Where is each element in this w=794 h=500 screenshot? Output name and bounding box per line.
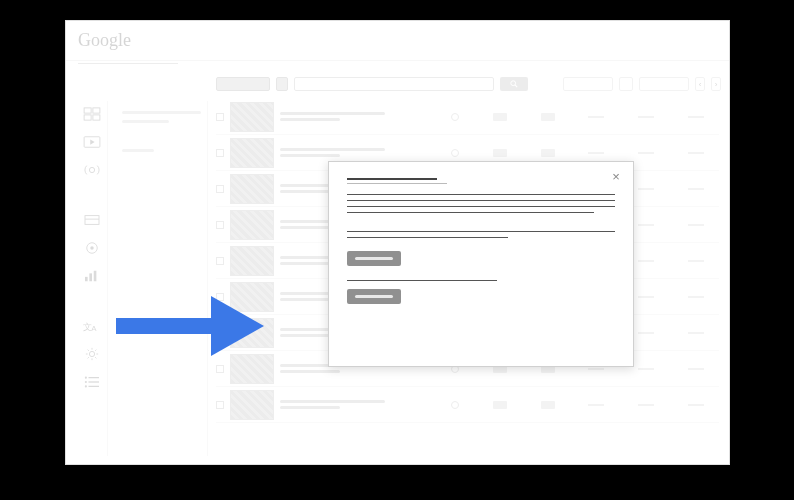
row-checkbox[interactable]: [216, 221, 224, 229]
google-logo: Google: [78, 30, 131, 51]
translations-icon[interactable]: 文A: [83, 319, 101, 333]
svg-rect-4: [84, 115, 91, 120]
dialog-title: [347, 178, 437, 180]
row-checkbox[interactable]: [216, 257, 224, 265]
primary-button[interactable]: [347, 251, 401, 266]
view-toggle[interactable]: [619, 77, 633, 91]
svg-rect-9: [85, 216, 99, 225]
svg-point-11: [86, 243, 97, 254]
community-icon[interactable]: [83, 213, 101, 227]
svg-line-25: [95, 350, 96, 351]
analytics-icon[interactable]: [83, 269, 101, 283]
apply-button[interactable]: [347, 289, 401, 304]
settings-icon[interactable]: [83, 347, 101, 361]
app-window: Google ‹ ›: [65, 20, 730, 465]
list-icon[interactable]: [83, 375, 101, 389]
upload-button[interactable]: [216, 77, 270, 91]
page-next[interactable]: ›: [711, 77, 721, 91]
background-ui: Google ‹ ›: [66, 21, 729, 61]
svg-point-8: [89, 167, 94, 172]
row-checkbox[interactable]: [216, 329, 224, 337]
channel-panel: [116, 101, 208, 456]
upload-dropdown[interactable]: [276, 77, 288, 91]
dashboard-icon[interactable]: [83, 107, 101, 121]
svg-point-0: [511, 81, 516, 86]
svg-line-1: [515, 85, 517, 87]
secondary-section-line: [347, 280, 497, 281]
page-prev[interactable]: ‹: [695, 77, 705, 91]
svg-rect-2: [84, 108, 91, 113]
left-rail: 文A: [76, 101, 108, 456]
close-icon[interactable]: ×: [609, 170, 623, 184]
svg-rect-5: [92, 115, 99, 120]
header: Google: [66, 21, 729, 61]
svg-rect-15: [93, 271, 96, 282]
list-item[interactable]: [216, 387, 719, 423]
video-thumb: [230, 102, 274, 132]
row-checkbox[interactable]: [216, 113, 224, 121]
row-checkbox[interactable]: [216, 185, 224, 193]
row-checkbox[interactable]: [216, 293, 224, 301]
svg-text:A: A: [91, 324, 97, 333]
list-item[interactable]: [216, 99, 719, 135]
svg-line-23: [87, 350, 88, 351]
svg-rect-13: [85, 277, 88, 281]
svg-point-12: [90, 246, 94, 250]
svg-point-18: [89, 351, 94, 356]
svg-line-26: [87, 357, 88, 358]
svg-point-31: [84, 385, 86, 387]
row-checkbox[interactable]: [216, 401, 224, 409]
video-manager-icon[interactable]: [83, 135, 101, 149]
svg-rect-14: [89, 273, 92, 281]
svg-point-29: [84, 381, 86, 383]
sort-box[interactable]: [639, 77, 689, 91]
row-checkbox[interactable]: [216, 365, 224, 373]
search-input[interactable]: [294, 77, 494, 91]
svg-rect-6: [84, 137, 100, 148]
toolbar: ‹ ›: [216, 77, 721, 91]
row-checkbox[interactable]: [216, 149, 224, 157]
svg-line-24: [95, 357, 96, 358]
svg-rect-3: [92, 108, 99, 113]
channel-icon[interactable]: [83, 241, 101, 255]
search-button[interactable]: [500, 77, 528, 91]
monetization-dialog: ×: [328, 161, 634, 367]
svg-text:文: 文: [83, 322, 92, 332]
filter-box[interactable]: [563, 77, 613, 91]
svg-point-27: [84, 377, 86, 379]
svg-marker-7: [90, 139, 94, 144]
header-underline: [78, 63, 178, 64]
live-icon[interactable]: [83, 163, 101, 177]
